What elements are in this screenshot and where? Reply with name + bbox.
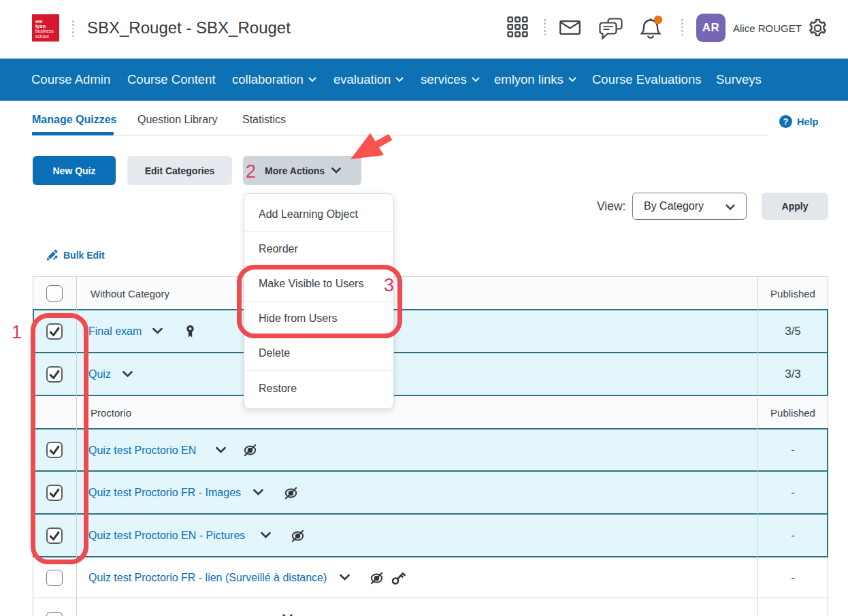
- svg-text:?: ?: [783, 116, 789, 127]
